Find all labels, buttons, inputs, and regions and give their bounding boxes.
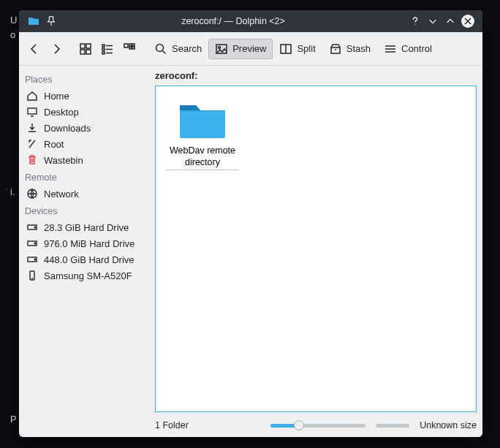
status-size: Unknown size xyxy=(420,420,477,430)
toolbar: Search Preview Split Stash Control xyxy=(19,32,482,66)
svg-point-12 xyxy=(156,44,164,51)
pin-icon[interactable] xyxy=(45,15,58,28)
sidebar-item-label: Root xyxy=(44,139,64,150)
svg-rect-16 xyxy=(331,48,340,53)
svg-rect-7 xyxy=(124,44,128,48)
preview-button[interactable]: Preview xyxy=(208,39,273,59)
sidebar-item-downloads[interactable]: Downloads xyxy=(25,120,149,136)
sidebar-item-desktop[interactable]: Desktop xyxy=(25,104,149,120)
zoom-slider[interactable] xyxy=(270,419,365,431)
sidebar-item-network[interactable]: Network xyxy=(25,186,149,202)
svg-rect-0 xyxy=(80,44,85,48)
status-count: 1 Folder xyxy=(155,420,189,430)
disk-usage-bar xyxy=(376,424,409,428)
sidebar-item-label: Network xyxy=(44,189,79,200)
back-button[interactable] xyxy=(23,39,45,59)
svg-rect-17 xyxy=(28,108,37,114)
sidebar-item-drive-1[interactable]: 976.0 MiB Hard Drive xyxy=(25,235,149,251)
sidebar-header-remote: Remote xyxy=(25,172,149,183)
view-icons-button[interactable] xyxy=(75,39,96,59)
split-button[interactable]: Split xyxy=(273,39,322,59)
help-icon[interactable] xyxy=(409,15,422,28)
file-manager-window: zeroconf:/ — Dolphin <2> xyxy=(19,10,482,437)
sidebar: Places Home Desktop Downloads Root Waste… xyxy=(19,66,155,437)
svg-rect-8 xyxy=(129,44,132,46)
minimize-icon[interactable] xyxy=(426,15,439,28)
svg-rect-2 xyxy=(80,50,85,54)
control-button[interactable]: Control xyxy=(377,39,439,59)
search-button[interactable]: Search xyxy=(148,39,208,59)
sidebar-item-wastebin[interactable]: Wastebin xyxy=(25,152,149,168)
split-label: Split xyxy=(297,43,315,54)
sidebar-item-drive-0[interactable]: 28.3 GiB Hard Drive xyxy=(25,219,149,235)
preview-label: Preview xyxy=(232,43,266,54)
app-icon xyxy=(27,15,40,28)
svg-point-14 xyxy=(219,46,221,48)
view-compact-button[interactable] xyxy=(96,39,118,59)
sidebar-item-label: Wastebin xyxy=(44,155,83,166)
window-title: zeroconf:/ — Dolphin <2> xyxy=(60,16,406,26)
sidebar-item-label: 976.0 MiB Hard Drive xyxy=(44,238,135,249)
control-label: Control xyxy=(401,43,432,54)
svg-rect-6 xyxy=(102,52,105,54)
svg-rect-10 xyxy=(129,47,132,49)
breadcrumb[interactable]: zeroconf: xyxy=(155,66,482,86)
maximize-icon[interactable] xyxy=(444,15,457,28)
sidebar-item-root[interactable]: Root xyxy=(25,136,149,152)
sidebar-item-label: Home xyxy=(44,91,69,102)
folder-icon xyxy=(175,96,230,142)
sidebar-item-label: Desktop xyxy=(44,107,79,118)
folder-item[interactable]: WebDav remote directory xyxy=(166,96,239,170)
sidebar-item-label: 448.0 GiB Hard Drive xyxy=(44,254,135,265)
view-details-button[interactable] xyxy=(118,39,140,59)
svg-rect-9 xyxy=(132,44,135,46)
svg-rect-4 xyxy=(102,45,105,47)
file-viewport[interactable]: WebDav remote directory xyxy=(155,86,477,412)
sidebar-header-devices: Devices xyxy=(25,206,149,216)
svg-rect-11 xyxy=(132,47,135,49)
sidebar-item-label: Samsung SM-A520F xyxy=(44,270,132,281)
svg-rect-1 xyxy=(86,44,91,48)
svg-rect-5 xyxy=(102,48,105,50)
statusbar: 1 Folder Unknown size xyxy=(155,417,482,437)
search-label: Search xyxy=(172,43,202,54)
main-view: zeroconf: WebDav remote directory 1 Fold… xyxy=(155,66,482,437)
svg-point-22 xyxy=(34,243,36,244)
forward-button[interactable] xyxy=(45,39,67,59)
sidebar-item-drive-2[interactable]: 448.0 GiB Hard Drive xyxy=(25,251,149,267)
sidebar-item-home[interactable]: Home xyxy=(25,88,149,104)
titlebar[interactable]: zeroconf:/ — Dolphin <2> xyxy=(19,10,482,32)
sidebar-item-label: Downloads xyxy=(44,123,91,134)
sidebar-item-device-phone[interactable]: Samsung SM-A520F xyxy=(25,267,149,284)
sidebar-item-label: 28.3 GiB Hard Drive xyxy=(44,222,129,233)
svg-point-24 xyxy=(34,259,36,260)
close-button[interactable] xyxy=(461,15,474,28)
item-label: WebDav remote directory xyxy=(166,145,239,170)
svg-rect-3 xyxy=(86,50,91,54)
stash-button[interactable]: Stash xyxy=(322,39,377,59)
stash-label: Stash xyxy=(346,43,371,54)
sidebar-header-places: Places xyxy=(25,75,149,85)
svg-point-20 xyxy=(34,227,36,228)
